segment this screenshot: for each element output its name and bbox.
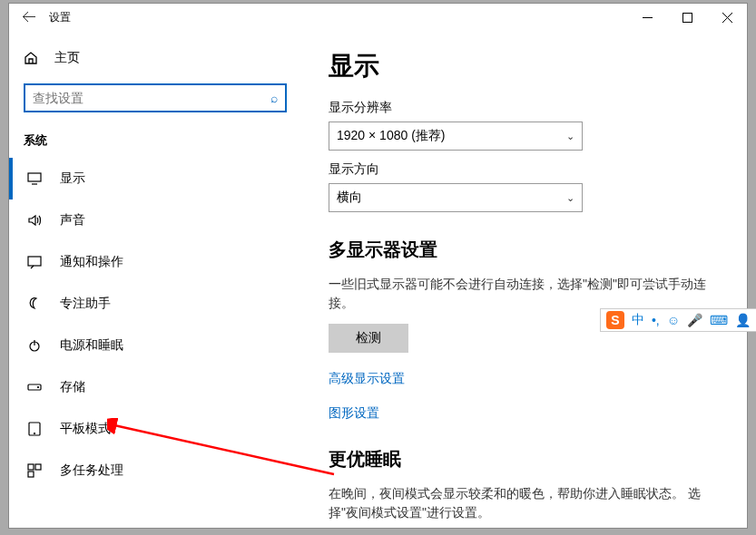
search-wrap: ⌕ — [24, 83, 285, 112]
page-title: 显示 — [329, 49, 718, 83]
svg-rect-15 — [28, 472, 34, 477]
sidebar-item-power[interactable]: 电源和睡眠 — [9, 325, 299, 366]
advanced-display-link[interactable]: 高级显示设置 — [329, 371, 718, 387]
svg-rect-4 — [28, 173, 41, 181]
ime-logo-icon: S — [606, 311, 624, 329]
sidebar-item-label: 声音 — [60, 212, 85, 229]
sleep-heading: 更优睡眠 — [329, 447, 718, 472]
orientation-select[interactable]: 横向 ⌄ — [329, 183, 583, 212]
power-icon — [27, 338, 42, 353]
sidebar-item-display[interactable]: 显示 — [9, 158, 299, 199]
ime-keyboard-icon[interactable]: ⌨ — [710, 313, 728, 327]
ime-toolbar[interactable]: S 中 •, ☺ 🎤 ⌨ 👤 — [600, 308, 756, 332]
svg-point-12 — [34, 433, 35, 434]
display-icon — [27, 171, 42, 186]
content-pane: 显示 显示分辨率 1920 × 1080 (推荐) ⌄ 显示方向 横向 ⌄ 多显… — [299, 31, 747, 528]
search-input[interactable] — [33, 91, 270, 105]
maximize-button[interactable] — [667, 4, 707, 31]
sidebar-item-sound[interactable]: 声音 — [9, 199, 299, 241]
close-button[interactable] — [707, 4, 747, 31]
multi-monitor-heading: 多显示器设置 — [329, 238, 718, 262]
settings-window: 🡠 设置 主页 ⌕ 系统 显示 — [8, 3, 748, 529]
sound-icon — [27, 213, 42, 228]
svg-point-10 — [38, 387, 39, 388]
search-box[interactable]: ⌕ — [24, 83, 287, 112]
section-label: 系统 — [9, 112, 299, 158]
resolution-label: 显示分辨率 — [329, 100, 718, 116]
sidebar-item-label: 多任务处理 — [60, 462, 123, 479]
sidebar: 主页 ⌕ 系统 显示 声音 通知和操作 — [9, 31, 299, 528]
sidebar-item-label: 专注助手 — [60, 296, 111, 312]
search-icon: ⌕ — [270, 91, 278, 105]
title-bar: 🡠 设置 — [9, 4, 747, 31]
resolution-select[interactable]: 1920 × 1080 (推荐) ⌄ — [329, 122, 583, 151]
minimize-button[interactable] — [627, 4, 667, 31]
multi-monitor-desc: 一些旧式显示器可能不会进行自动连接，选择"检测"即可尝试手动连接。 — [329, 275, 718, 313]
window-body: 主页 ⌕ 系统 显示 声音 通知和操作 — [9, 31, 747, 528]
chevron-down-icon: ⌄ — [566, 192, 574, 204]
notification-icon — [27, 255, 42, 269]
chevron-down-icon: ⌄ — [566, 131, 574, 142]
ime-user-icon[interactable]: 👤 — [735, 313, 751, 327]
orientation-label: 显示方向 — [329, 161, 718, 178]
sleep-desc: 在晚间，夜间模式会显示较柔和的暖色，帮助你进入睡眠状态。 选择"夜间模式设置"进… — [329, 484, 718, 522]
window-title: 设置 — [49, 10, 71, 25]
sidebar-item-label: 显示 — [60, 170, 85, 187]
sidebar-item-focus[interactable]: 专注助手 — [9, 283, 299, 325]
storage-icon — [27, 380, 42, 394]
graphics-settings-link[interactable]: 图形设置 — [329, 405, 718, 422]
svg-rect-1 — [682, 13, 692, 22]
ime-emoji-icon[interactable]: ☺ — [667, 313, 680, 327]
window-controls — [627, 4, 747, 31]
sidebar-item-label: 电源和睡眠 — [60, 337, 123, 354]
sidebar-item-storage[interactable]: 存储 — [9, 366, 299, 408]
sidebar-item-label: 存储 — [60, 379, 85, 395]
ime-mic-icon[interactable]: 🎤 — [687, 313, 702, 327]
back-button[interactable]: 🡠 — [9, 4, 49, 31]
detect-button[interactable]: 检测 — [329, 324, 408, 353]
ime-punct-icon[interactable]: •, — [652, 313, 660, 327]
sidebar-item-tablet[interactable]: 平板模式 — [9, 408, 299, 450]
multitask-icon — [27, 463, 42, 478]
sidebar-item-label: 平板模式 — [60, 421, 111, 437]
sidebar-item-notifications[interactable]: 通知和操作 — [9, 241, 299, 283]
resolution-value: 1920 × 1080 (推荐) — [337, 128, 445, 144]
home-nav[interactable]: 主页 — [9, 42, 299, 74]
svg-rect-13 — [28, 464, 34, 470]
home-label: 主页 — [54, 50, 80, 66]
sidebar-item-label: 通知和操作 — [60, 254, 123, 270]
home-icon — [24, 51, 38, 65]
sidebar-item-multitask[interactable]: 多任务处理 — [9, 450, 299, 491]
tablet-icon — [27, 422, 42, 436]
focus-icon — [27, 297, 42, 311]
svg-rect-14 — [35, 464, 41, 470]
svg-rect-6 — [28, 257, 41, 266]
ime-lang[interactable]: 中 — [632, 312, 644, 328]
orientation-value: 横向 — [337, 190, 362, 206]
